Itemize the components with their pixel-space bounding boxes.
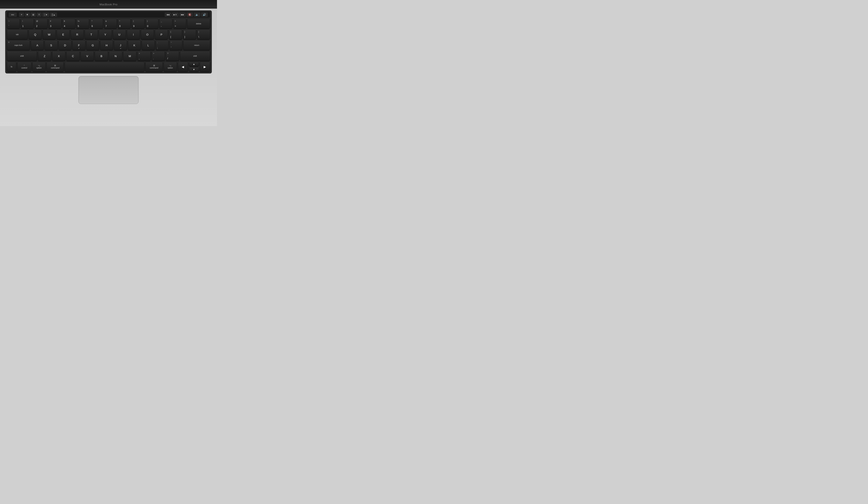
key-6[interactable]: ^6 — [90, 19, 103, 29]
tb-brightness-up-key[interactable]: ✺ — [25, 12, 30, 17]
tb-kbd-brightness-up-key[interactable]: ▒▲ — [50, 12, 57, 17]
key-shift-right[interactable]: shift — [180, 51, 210, 61]
asdf-row: caps lock A S D F G H J K L :; "' return — [7, 40, 210, 50]
key-backtick[interactable]: ~` — [7, 19, 20, 29]
tb-vol-up-key[interactable]: 🔊 — [201, 12, 208, 17]
tb-esc-key[interactable]: esc — [9, 12, 17, 17]
key-f[interactable]: F — [72, 40, 85, 50]
laptop-bezel-top: MacBook Pro — [0, 0, 217, 9]
zxcv-row: shift Z X C V B N M <, >. ?/ shift — [7, 51, 210, 61]
key-fn[interactable]: fn — [7, 62, 17, 72]
key-4[interactable]: $4 — [62, 19, 75, 29]
key-arrow-down[interactable]: ▼ — [189, 67, 199, 72]
qwerty-row: tab Q W E R T Y U I O P {[ }] |\ — [7, 30, 210, 39]
key-r[interactable]: R — [71, 30, 84, 39]
key-option-right[interactable]: ⌥ option — [164, 62, 177, 72]
key-m[interactable]: M — [123, 51, 136, 61]
key-option-left[interactable]: ⌥ option — [32, 62, 45, 72]
key-a[interactable]: A — [31, 40, 44, 50]
key-arrow-up[interactable]: ▲ — [189, 62, 199, 67]
keyboard: ~` !1 @2 #3 $4 %5 ^6 &7 *8 (9 )0 _- += d… — [7, 19, 210, 72]
key-close-bracket[interactable]: }] — [183, 30, 196, 39]
key-command-right[interactable]: ⌘ command — [145, 62, 163, 72]
key-z[interactable]: Z — [38, 51, 51, 61]
key-0[interactable]: )0 — [145, 19, 158, 29]
key-arrow-left[interactable]: ◀ — [178, 62, 188, 72]
key-q[interactable]: Q — [29, 30, 42, 39]
key-i[interactable]: I — [127, 30, 140, 39]
tb-launchpad-key[interactable]: ⠿ — [37, 12, 42, 17]
keyboard-wrapper: esc ☀ ✺ ⊞ ⠿ ░▼ ▒▲ ◀◀ ▶⏸ ▶▶ 🔇 🔈 🔊 ~` !1 @… — [5, 10, 212, 73]
key-k[interactable]: K — [128, 40, 141, 50]
key-b[interactable]: B — [95, 51, 108, 61]
key-8[interactable]: *8 — [118, 19, 131, 29]
tb-mission-control-key[interactable]: ⊞ — [31, 12, 36, 17]
tb-mute-key[interactable]: 🔇 — [186, 12, 193, 17]
tb-brightness-down-key[interactable]: ☀ — [19, 12, 24, 17]
key-backslash[interactable]: |\ — [197, 30, 210, 39]
laptop-brand-label: MacBook Pro — [100, 3, 117, 6]
key-period[interactable]: >. — [152, 51, 165, 61]
key-1[interactable]: !1 — [21, 19, 34, 29]
key-equals[interactable]: += — [173, 19, 186, 29]
key-l[interactable]: L — [142, 40, 155, 50]
key-t[interactable]: T — [85, 30, 98, 39]
key-shift-left[interactable]: shift — [7, 51, 37, 61]
key-e[interactable]: E — [56, 30, 70, 39]
key-3[interactable]: #3 — [49, 19, 61, 29]
touch-bar: esc ☀ ✺ ⊞ ⠿ ░▼ ▒▲ ◀◀ ▶⏸ ▶▶ 🔇 🔈 🔊 — [7, 12, 210, 18]
tb-forward-key[interactable]: ▶▶ — [179, 12, 186, 17]
key-space[interactable] — [65, 62, 144, 72]
key-capslock[interactable]: caps lock — [7, 40, 30, 50]
key-slash[interactable]: ?/ — [166, 51, 179, 61]
tb-rewind-key[interactable]: ◀◀ — [165, 12, 171, 17]
key-7[interactable]: &7 — [104, 19, 117, 29]
key-h[interactable]: H — [100, 40, 113, 50]
number-row: ~` !1 @2 #3 $4 %5 ^6 &7 *8 (9 )0 _- += d… — [7, 19, 210, 29]
key-x[interactable]: X — [52, 51, 65, 61]
key-comma[interactable]: <, — [137, 51, 151, 61]
key-quote[interactable]: "' — [169, 40, 182, 50]
key-w[interactable]: W — [43, 30, 56, 39]
key-p[interactable]: P — [155, 30, 168, 39]
key-n[interactable]: N — [109, 51, 122, 61]
key-d[interactable]: D — [59, 40, 72, 50]
key-arrow-right[interactable]: ▶ — [200, 62, 210, 72]
trackpad[interactable] — [79, 76, 138, 104]
tb-play-pause-key[interactable]: ▶⏸ — [172, 12, 179, 17]
key-g[interactable]: G — [86, 40, 99, 50]
key-return[interactable]: return — [183, 40, 210, 50]
key-open-bracket[interactable]: {[ — [169, 30, 182, 39]
key-v[interactable]: V — [81, 51, 94, 61]
key-delete[interactable]: delete — [187, 19, 210, 29]
laptop-body: esc ☀ ✺ ⊞ ⠿ ░▼ ▒▲ ◀◀ ▶⏸ ▶▶ 🔇 🔈 🔊 ~` !1 @… — [0, 9, 217, 126]
key-9[interactable]: (9 — [132, 19, 144, 29]
tb-kbd-brightness-down-key[interactable]: ░▼ — [42, 12, 49, 17]
key-command-left[interactable]: ⌘ command — [46, 62, 64, 72]
key-c[interactable]: C — [66, 51, 80, 61]
key-s[interactable]: S — [44, 40, 58, 50]
key-y[interactable]: Y — [99, 30, 112, 39]
key-u[interactable]: U — [113, 30, 126, 39]
key-j[interactable]: J — [114, 40, 127, 50]
tb-vol-down-key[interactable]: 🔈 — [194, 12, 200, 17]
bottom-row: fn ⌃ control ⌥ option ⌘ command ⌘ comman… — [7, 62, 210, 72]
key-o[interactable]: O — [141, 30, 154, 39]
key-semicolon[interactable]: :; — [156, 40, 168, 50]
key-5[interactable]: %5 — [76, 19, 89, 29]
key-minus[interactable]: _- — [159, 19, 172, 29]
key-control[interactable]: ⌃ control — [17, 62, 32, 72]
key-2[interactable]: @2 — [35, 19, 48, 29]
key-tab[interactable]: tab — [7, 30, 28, 39]
